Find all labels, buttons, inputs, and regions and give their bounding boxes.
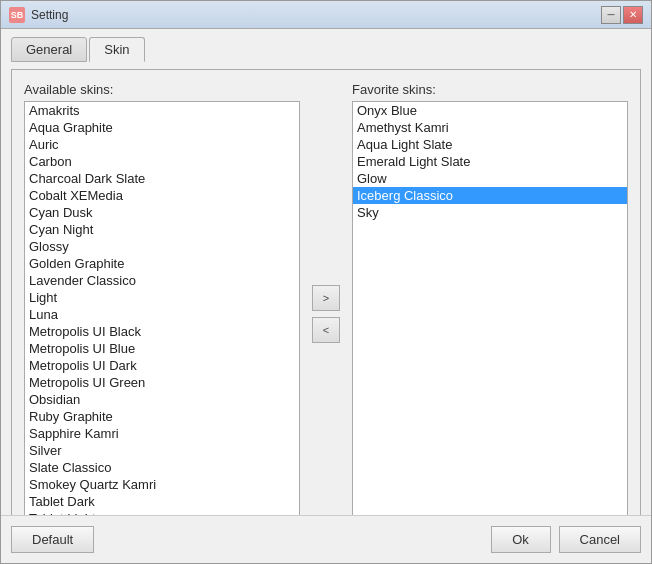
cancel-button[interactable]: Cancel — [559, 526, 641, 553]
available-skins-list[interactable]: AmakritsAqua GraphiteAuricCarbonCharcoal… — [24, 101, 300, 515]
list-item[interactable]: Iceberg Classico — [353, 187, 627, 204]
list-item[interactable]: Amakrits — [25, 102, 299, 119]
list-item[interactable]: Onyx Blue — [353, 102, 627, 119]
list-item[interactable]: Golden Graphite — [25, 255, 299, 272]
list-item[interactable]: Amethyst Kamri — [353, 119, 627, 136]
remove-from-favorites-button[interactable]: < — [312, 317, 340, 343]
list-item[interactable]: Ruby Graphite — [25, 408, 299, 425]
window-title: Setting — [31, 8, 601, 22]
list-item[interactable]: Luna — [25, 306, 299, 323]
arrow-buttons: > < — [308, 100, 344, 515]
ok-cancel-group: Ok Cancel — [491, 526, 641, 553]
list-item[interactable]: Cyan Night — [25, 221, 299, 238]
list-item[interactable]: Tablet Dark — [25, 493, 299, 510]
available-skins-label: Available skins: — [24, 82, 300, 97]
lists-area: Available skins: AmakritsAqua GraphiteAu… — [24, 82, 628, 515]
list-item[interactable]: Metropolis UI Blue — [25, 340, 299, 357]
tab-skin[interactable]: Skin — [89, 37, 144, 62]
favorite-skins-list[interactable]: Onyx BlueAmethyst KamriAqua Light SlateE… — [352, 101, 628, 515]
favorite-skins-label: Favorite skins: — [352, 82, 628, 97]
titlebar-buttons: ─ ✕ — [601, 6, 643, 24]
tab-general[interactable]: General — [11, 37, 87, 62]
list-item[interactable]: Metropolis UI Black — [25, 323, 299, 340]
list-item[interactable]: Metropolis UI Green — [25, 374, 299, 391]
list-item[interactable]: Aqua Graphite — [25, 119, 299, 136]
list-item[interactable]: Silver — [25, 442, 299, 459]
add-to-favorites-button[interactable]: > — [312, 285, 340, 311]
skin-tab-content: Available skins: AmakritsAqua GraphiteAu… — [11, 69, 641, 515]
minimize-button[interactable]: ─ — [601, 6, 621, 24]
list-item[interactable]: Sky — [353, 204, 627, 221]
titlebar: SB Setting ─ ✕ — [1, 1, 651, 29]
list-item[interactable]: Emerald Light Slate — [353, 153, 627, 170]
ok-button[interactable]: Ok — [491, 526, 551, 553]
close-button[interactable]: ✕ — [623, 6, 643, 24]
settings-window: SB Setting ─ ✕ General Skin Available sk… — [0, 0, 652, 564]
list-item[interactable]: Aqua Light Slate — [353, 136, 627, 153]
list-item[interactable]: Slate Classico — [25, 459, 299, 476]
default-button[interactable]: Default — [11, 526, 94, 553]
list-item[interactable]: Cobalt XEMedia — [25, 187, 299, 204]
list-item[interactable]: Light — [25, 289, 299, 306]
list-item[interactable]: Obsidian — [25, 391, 299, 408]
list-item[interactable]: Cyan Dusk — [25, 204, 299, 221]
list-item[interactable]: Lavender Classico — [25, 272, 299, 289]
list-item[interactable]: Smokey Quartz Kamri — [25, 476, 299, 493]
list-item[interactable]: Sapphire Kamri — [25, 425, 299, 442]
list-item[interactable]: Auric — [25, 136, 299, 153]
list-item[interactable]: Glossy — [25, 238, 299, 255]
available-skins-section: Available skins: AmakritsAqua GraphiteAu… — [24, 82, 300, 515]
app-icon: SB — [9, 7, 25, 23]
list-item[interactable]: Carbon — [25, 153, 299, 170]
main-content: General Skin Available skins: AmakritsAq… — [1, 29, 651, 515]
list-item[interactable]: Glow — [353, 170, 627, 187]
list-item[interactable]: Metropolis UI Dark — [25, 357, 299, 374]
list-item[interactable]: Charcoal Dark Slate — [25, 170, 299, 187]
tab-bar: General Skin — [11, 37, 641, 62]
favorite-skins-section: Favorite skins: Onyx BlueAmethyst KamriA… — [352, 82, 628, 515]
bottom-buttons: Default Ok Cancel — [1, 515, 651, 563]
